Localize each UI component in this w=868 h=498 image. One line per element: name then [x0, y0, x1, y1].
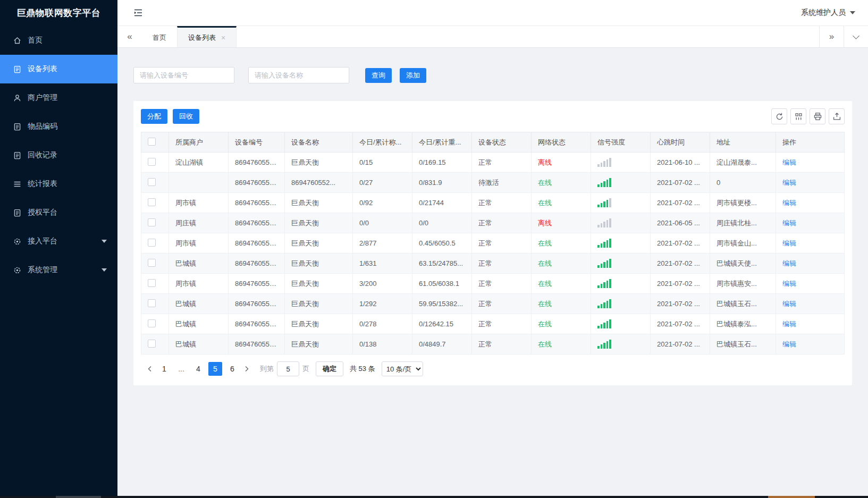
tab-0[interactable]: 首页: [142, 26, 177, 47]
signal-strength-icon: [597, 319, 644, 328]
network-status-badge: 在线: [538, 320, 552, 328]
device-table-body: 淀山湖镇8694760552...巨鼎天衡0/150/169.15正常离线202…: [141, 153, 845, 354]
heartbeat-cell: 2021-06-10 ...: [651, 153, 710, 173]
device-name-cell: 巨鼎天衡: [285, 334, 353, 354]
row-checkbox-cell: [141, 294, 169, 314]
sidebar-menu: 首页设备列表商户管理物品编码回收记录统计报表授权平台接入平台系统管理: [0, 26, 117, 284]
signal-cell: [591, 193, 651, 213]
next-page-icon[interactable]: [241, 362, 252, 376]
page-number-6[interactable]: 6: [225, 362, 239, 376]
merchant-cell: 巴城镇: [169, 314, 229, 334]
query-button[interactable]: 查询: [365, 68, 392, 83]
row-checkbox[interactable]: [148, 259, 156, 267]
sidebar-item-4[interactable]: 回收记录: [0, 141, 117, 170]
device-no-cell: 8694760552...: [229, 314, 285, 334]
scrollbar-thumb[interactable]: [56, 496, 101, 498]
table-row: 巴城镇8694760552...巨鼎天衡1/63163.15/24785...正…: [141, 254, 845, 274]
today-weight-cell: 61.05/6038.1: [412, 274, 472, 294]
page-number-4[interactable]: 4: [191, 362, 205, 376]
table-row: 周庄镇8694760552...巨鼎天衡0/00/0正常离线2021-06-05…: [141, 213, 845, 233]
network-status-cell: 在线: [532, 314, 591, 334]
horizontal-scrollbar[interactable]: [0, 496, 868, 498]
refresh-icon[interactable]: [771, 108, 787, 124]
page-number-1[interactable]: 1: [157, 362, 171, 376]
sidebar-item-3[interactable]: 物品编码: [0, 112, 117, 141]
tabs-menu-button[interactable]: [844, 26, 868, 47]
row-checkbox[interactable]: [148, 319, 156, 327]
network-status-badge: 离线: [538, 158, 552, 166]
row-checkbox[interactable]: [148, 340, 156, 348]
sidebar-item-1[interactable]: 设备列表: [0, 55, 117, 83]
sidebar-item-7[interactable]: 接入平台: [0, 227, 117, 256]
sidebar: 巨鼎物联网数字平台 首页设备列表商户管理物品编码回收记录统计报表授权平台接入平台…: [0, 0, 117, 498]
select-all-checkbox[interactable]: [148, 138, 156, 146]
row-checkbox[interactable]: [148, 178, 156, 186]
edit-link[interactable]: 编辑: [782, 199, 796, 207]
goto-page-input[interactable]: [277, 361, 299, 376]
row-checkbox[interactable]: [148, 218, 156, 226]
action-cell: 编辑: [776, 153, 845, 173]
sidebar-item-5[interactable]: 统计报表: [0, 170, 117, 198]
signal-strength-icon: [597, 299, 644, 308]
confirm-button[interactable]: 确定: [316, 361, 343, 376]
recycle-button[interactable]: 回收: [173, 109, 199, 124]
print-icon[interactable]: [810, 108, 825, 124]
add-button[interactable]: 添加: [400, 68, 426, 83]
signal-cell: [591, 314, 651, 334]
tabs-scroll-left-button[interactable]: «: [117, 26, 142, 47]
row-checkbox[interactable]: [148, 299, 156, 307]
columns-settings-icon[interactable]: [790, 108, 806, 124]
edit-link[interactable]: 编辑: [782, 320, 796, 328]
device-name-input[interactable]: [248, 67, 349, 83]
today-weight-cell: 0/21744: [412, 193, 472, 213]
network-status-badge: 在线: [538, 300, 552, 308]
merchant-cell: 周市镇: [169, 193, 229, 213]
edit-link[interactable]: 编辑: [782, 219, 796, 227]
clipboard-icon: [13, 151, 22, 160]
network-status-badge: 在线: [538, 259, 552, 267]
edit-link[interactable]: 编辑: [782, 259, 796, 267]
row-checkbox[interactable]: [148, 158, 156, 166]
edit-link[interactable]: 编辑: [782, 340, 796, 348]
assign-button[interactable]: 分配: [141, 109, 167, 124]
chevron-down-icon: [853, 32, 859, 39]
heartbeat-cell: 2021-07-02 ...: [651, 233, 710, 254]
signal-strength-icon: [597, 239, 644, 248]
tabs-scroll-right-button[interactable]: »: [819, 26, 844, 47]
row-checkbox[interactable]: [148, 279, 156, 287]
prev-page-icon[interactable]: [144, 362, 156, 376]
user-menu[interactable]: 系统维护人员: [801, 8, 855, 18]
export-icon[interactable]: [829, 108, 845, 124]
sidebar-collapse-icon[interactable]: [132, 7, 144, 18]
page-size-select[interactable]: 10 条/页: [382, 361, 423, 376]
edit-link[interactable]: 编辑: [782, 280, 796, 288]
heartbeat-cell: 2021-07-02 ...: [651, 274, 710, 294]
network-status-badge: 在线: [538, 179, 552, 187]
sidebar-item-6[interactable]: 授权平台: [0, 198, 117, 227]
main-area: 系统维护人员 « 首页设备列表× » 查询 添加 分配 回收: [117, 0, 868, 498]
sidebar-item-0[interactable]: 首页: [0, 26, 117, 55]
panel-toolbar: 分配 回收: [141, 108, 845, 124]
signal-strength-icon: [597, 178, 644, 187]
sidebar-item-8[interactable]: 系统管理: [0, 256, 117, 284]
page-number-5[interactable]: 5: [208, 362, 222, 376]
table-row: 周市镇8694760552...巨鼎天衡2/8770.45/6050.5正常在线…: [141, 233, 845, 254]
scrollbar-thumb[interactable]: [768, 496, 815, 498]
edit-link[interactable]: 编辑: [782, 300, 796, 308]
row-checkbox[interactable]: [148, 239, 156, 247]
sidebar-item-2[interactable]: 商户管理: [0, 83, 117, 112]
tab-1[interactable]: 设备列表×: [177, 26, 237, 47]
page-numbers: 1...456: [156, 362, 241, 376]
edit-link[interactable]: 编辑: [782, 239, 796, 247]
heartbeat-cell: 2021-06-05 ...: [651, 213, 710, 233]
row-checkbox[interactable]: [148, 198, 156, 206]
table-panel: 分配 回收 所属商户设: [133, 101, 852, 385]
network-status-cell: 在线: [532, 294, 591, 314]
edit-link[interactable]: 编辑: [782, 158, 796, 166]
close-icon[interactable]: ×: [221, 33, 225, 42]
edit-link[interactable]: 编辑: [782, 179, 796, 187]
network-status-cell: 在线: [532, 193, 591, 213]
network-status-cell: 在线: [532, 254, 591, 274]
network-status-cell: 离线: [532, 213, 591, 233]
device-no-input[interactable]: [133, 67, 234, 83]
